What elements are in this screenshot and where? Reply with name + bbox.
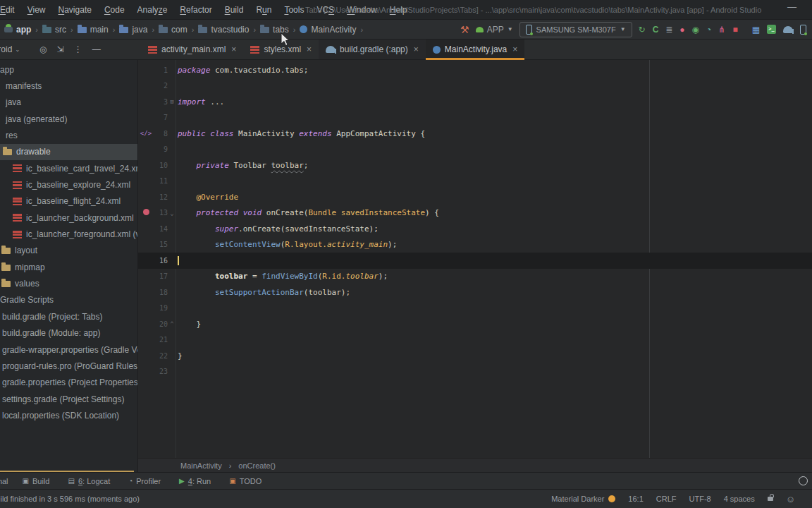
code-editor[interactable]: 1package com.tvacstudio.tabs;23⊞import .… xyxy=(138,60,812,458)
toolwindow-terminal[interactable]: Terminal xyxy=(0,477,8,485)
event-log-icon[interactable] xyxy=(799,476,808,485)
build-hammer-icon[interactable]: ⚒ xyxy=(460,24,469,35)
breadcrumb-item-app[interactable]: app xyxy=(4,25,32,35)
close-icon[interactable]: × xyxy=(512,44,517,54)
device-select[interactable]: SAMSUNG SM-M307F ▼ xyxy=(519,22,632,37)
tree-item-values[interactable]: values xyxy=(0,275,137,291)
tab-activity-main-xml[interactable]: activity_main.xml× xyxy=(141,40,243,59)
profiler-icon[interactable]: ◔ xyxy=(706,25,711,34)
tree-item-manifests[interactable]: manifests xyxy=(0,78,137,94)
attach-debugger-icon[interactable]: ⋔ xyxy=(718,25,725,34)
code-line-11[interactable]: 11 xyxy=(138,174,812,190)
line-separator[interactable]: CRLF xyxy=(656,495,677,503)
tree-item-gradle-wrapper-properties-gradle-version-[interactable]: gradle-wrapper.properties (Gradle Versio… xyxy=(0,341,137,358)
indent-setting[interactable]: 4 spaces xyxy=(724,495,755,503)
menu-view[interactable]: View xyxy=(21,5,52,15)
menu-edit[interactable]: Edit xyxy=(0,5,21,15)
device-manager-icon[interactable] xyxy=(800,25,806,35)
close-icon[interactable]: × xyxy=(231,44,236,54)
collapse-all-icon[interactable]: ⇲ xyxy=(57,44,64,54)
hide-panel-icon[interactable]: — xyxy=(92,44,101,54)
tree-item-build-gradle-project-tabs-[interactable]: build.gradle (Project: Tabs) xyxy=(0,308,137,325)
breadcrumb-item-mainactivity[interactable]: MainActivity xyxy=(300,25,357,35)
stop-icon[interactable]: ■ xyxy=(732,25,737,34)
editor-breadcrumb-item[interactable]: onCreate() xyxy=(238,461,276,470)
code-line-10[interactable]: 10 private Toolbar toolbar; xyxy=(138,157,812,174)
code-line-12[interactable]: 12 @Override xyxy=(138,189,812,205)
code-line-13[interactable]: 13⌄ protected void onCreate(Bundle saved… xyxy=(138,205,812,222)
code-line-8[interactable]: </>8public class MainActivity extends Ap… xyxy=(138,126,812,142)
tree-item-gradle-scripts[interactable]: Gradle Scripts xyxy=(0,292,137,308)
breadcrumb-item-java[interactable]: java xyxy=(119,25,149,35)
run-profiler-icon[interactable]: ◉ xyxy=(692,25,699,34)
locate-icon[interactable]: ◎ xyxy=(39,44,47,54)
breadcrumb-item-com[interactable]: com xyxy=(159,25,189,35)
tree-item-build-gradle-module-app-[interactable]: build.gradle (Module: app) xyxy=(0,325,137,341)
menu-refactor[interactable]: Refactor xyxy=(173,5,218,15)
tree-item-drawable[interactable]: drawable xyxy=(0,144,137,160)
menu-run[interactable]: Run xyxy=(250,5,278,15)
layout-inspector-icon[interactable]: ▦ xyxy=(752,25,760,34)
code-line-14[interactable]: 14 super.onCreate(savedInstanceState); xyxy=(138,221,812,237)
tree-item-app[interactable]: app xyxy=(0,61,137,78)
breadcrumb-item-main[interactable]: main xyxy=(78,25,110,35)
tree-item-ic-launcher-background-xml[interactable]: ic_launcher_background.xml xyxy=(0,210,137,226)
close-icon[interactable]: × xyxy=(414,44,419,54)
code-line-9[interactable]: 9 xyxy=(138,142,812,158)
code-line-1[interactable]: 1package com.tvacstudio.tabs; xyxy=(138,62,812,78)
tree-item-local-properties-sdk-location-[interactable]: local.properties (SDK Location) xyxy=(0,407,137,423)
code-line-2[interactable]: 2 xyxy=(138,78,812,95)
feedback-smiley-icon[interactable]: ☺ xyxy=(786,494,795,504)
run-configuration-select[interactable]: APP ▼ xyxy=(476,25,513,35)
minimize-icon[interactable]: — xyxy=(787,1,796,12)
code-line-15[interactable]: 15 setContentView(R.layout.activity_main… xyxy=(138,237,812,253)
lock-icon[interactable] xyxy=(768,497,773,501)
menu-navigate[interactable]: Navigate xyxy=(52,5,98,15)
tree-item-ic-baseline-explore-24-xml[interactable]: ic_baseline_explore_24.xml xyxy=(0,176,137,193)
editor-breadcrumb-item[interactable]: MainActivity xyxy=(180,461,222,470)
code-line-18[interactable]: 18 setSupportActionBar(toolbar); xyxy=(138,284,812,301)
tab-mainactivity-java[interactable]: MainActivity.java× xyxy=(426,40,525,59)
breadcrumb-item-tvacstudio[interactable]: tvacstudio xyxy=(198,25,250,35)
caret-position[interactable]: 16:1 xyxy=(628,495,643,503)
terminal-icon[interactable]: >_ xyxy=(767,25,776,34)
code-line-21[interactable]: 21 xyxy=(138,332,812,349)
code-line-16[interactable]: 16 xyxy=(138,253,812,269)
toolwindow-build[interactable]: ▣Build xyxy=(23,477,50,485)
menu-code[interactable]: Code xyxy=(98,5,131,15)
code-line-22[interactable]: 22} xyxy=(138,348,812,364)
toolwindow-run[interactable]: ▶4: Run xyxy=(179,477,211,485)
tree-item-ic-baseline-flight-24-xml[interactable]: ic_baseline_flight_24.xml xyxy=(0,193,137,210)
code-line-3[interactable]: 3⊞import ... xyxy=(138,94,812,110)
menu-build[interactable]: Build xyxy=(219,5,250,15)
code-line-20[interactable]: 20⌃ } xyxy=(138,316,812,332)
options-menu-icon[interactable]: ⋮ xyxy=(74,44,82,54)
menu-analyze[interactable]: Analyze xyxy=(131,5,174,15)
file-encoding[interactable]: UTF-8 xyxy=(689,495,711,503)
apply-code-changes-icon[interactable]: ≣ xyxy=(665,25,672,34)
code-line-7[interactable]: 7 xyxy=(138,110,812,126)
code-line-17[interactable]: 17 toolbar = findViewById(R.id.toolbar); xyxy=(138,269,812,285)
gradle-sync-icon[interactable] xyxy=(783,26,793,33)
close-icon[interactable]: × xyxy=(307,44,312,54)
toolwindow-logcat[interactable]: ▤6: Logcat xyxy=(68,477,111,485)
tab-build-gradle-app-[interactable]: build.gradle (:app)× xyxy=(319,40,426,59)
tree-item-java-generated-[interactable]: java (generated) xyxy=(0,111,137,127)
tree-item-java[interactable]: java xyxy=(0,95,137,111)
tree-item-mipmap[interactable]: mipmap xyxy=(0,259,137,275)
tree-item-ic-baseline-card-travel-24-xml[interactable]: ic_baseline_card_travel_24.xml xyxy=(0,160,137,176)
rerun-icon[interactable]: ↻ xyxy=(639,25,646,34)
tree-item-gradle-properties-project-properties-[interactable]: gradle.properties (Project Properties) xyxy=(0,375,137,391)
tree-item-settings-gradle-project-settings-[interactable]: settings.gradle (Project Settings) xyxy=(0,391,137,407)
debug-icon[interactable]: ● xyxy=(679,25,684,34)
toolwindow-todo[interactable]: ▣TODO xyxy=(229,477,262,485)
tree-item-layout[interactable]: layout xyxy=(0,243,137,259)
breadcrumb-item-src[interactable]: src xyxy=(42,25,68,35)
theme-widget[interactable]: Material Darker xyxy=(551,495,615,503)
tree-item-proguard-rules-pro-proguard-rules-for-app-[interactable]: proguard-rules.pro (ProGuard Rules for a… xyxy=(0,358,137,374)
apply-changes-icon[interactable]: C xyxy=(653,25,659,34)
tree-item-res[interactable]: res xyxy=(0,127,137,143)
tree-item-ic-launcher-foreground-xml-v24-[interactable]: ic_launcher_foreground.xml (v24) xyxy=(0,226,137,242)
toolwindow-profiler[interactable]: ◔Profiler xyxy=(128,477,161,485)
project-view-selector[interactable]: Android ⌄ xyxy=(0,44,20,54)
